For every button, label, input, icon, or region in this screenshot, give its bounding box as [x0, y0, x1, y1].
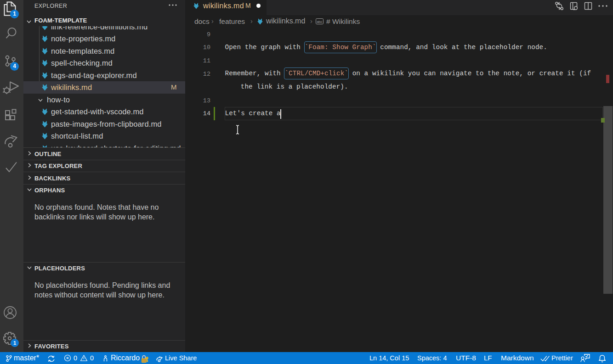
svg-text:abc: abc	[317, 20, 322, 24]
